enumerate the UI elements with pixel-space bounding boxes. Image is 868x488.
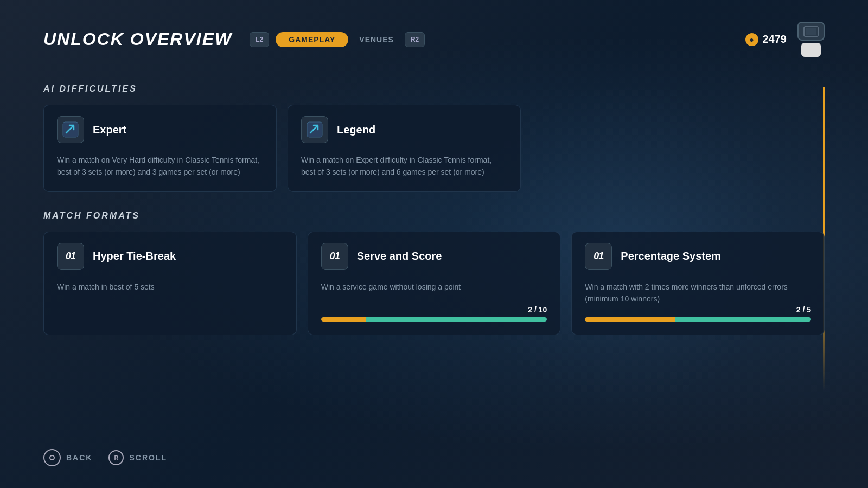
legend-description: Win a match on Expert difficulty in Clas… xyxy=(301,154,507,178)
scroll-control[interactable]: R SCROLL xyxy=(108,450,167,465)
percentage-system-bar-fill xyxy=(585,317,811,322)
bottom-controls: BACK R SCROLL xyxy=(43,449,167,466)
expert-description: Win a match on Very Hard difficulty in C… xyxy=(57,154,263,178)
percentage-system-bar-bg xyxy=(585,317,811,322)
page-title: UNLOCK OVERVIEW xyxy=(43,29,232,49)
percentage-system-icon: 01 xyxy=(585,243,612,270)
serve-and-score-progress: 2 / 10 xyxy=(321,305,547,322)
ai-difficulties-cards: Expert Win a match on Very Hard difficul… xyxy=(43,105,825,192)
legend-card-header: Legend xyxy=(301,116,507,143)
svg-rect-1 xyxy=(806,28,816,35)
hyper-tie-break-description: Win a match in best of 5 sets xyxy=(57,281,283,322)
serve-and-score-icon: 01 xyxy=(321,243,348,270)
match-formats-title: MATCH FORMATS xyxy=(43,211,825,221)
hyper-tie-break-header: 01 Hyper Tie-Break xyxy=(57,243,283,270)
r2-button[interactable]: R2 xyxy=(405,32,425,47)
serve-and-score-bar-bg xyxy=(321,317,547,322)
arrow-up-right-icon xyxy=(62,121,79,138)
percentage-system-card[interactable]: 01 Percentage System Win a match with 2 … xyxy=(571,232,825,335)
legend-card[interactable]: Legend Win a match on Expert difficulty … xyxy=(288,105,521,192)
expert-card[interactable]: Expert Win a match on Very Hard difficul… xyxy=(43,105,277,192)
serve-and-score-card[interactable]: 01 Serve and Score Win a service game wi… xyxy=(308,232,561,335)
svg-rect-3 xyxy=(307,122,322,137)
header: UNLOCK OVERVIEW L2 GAMEPLAY VENUES R2 ● … xyxy=(43,22,825,57)
gameplay-tab[interactable]: GAMEPLAY xyxy=(276,32,348,47)
arrow-up-right-icon-2 xyxy=(306,121,323,138)
ai-difficulties-section: AI DIFFICULTIES Expert Win a match on Ve… xyxy=(43,84,825,192)
currency-display: ● 2479 xyxy=(745,33,787,46)
header-right: ● 2479 xyxy=(745,22,825,57)
percentage-system-counter: 2 / 5 xyxy=(585,305,811,314)
currency-icon: ● xyxy=(745,33,758,46)
legend-title: Legend xyxy=(337,124,375,136)
match-formats-section: MATCH FORMATS 01 Hyper Tie-Break Win a m… xyxy=(43,211,825,335)
back-label: BACK xyxy=(66,453,92,462)
serve-and-score-bar-fill xyxy=(321,317,547,322)
serve-and-score-counter: 2 / 10 xyxy=(321,305,547,314)
currency-value: 2479 xyxy=(763,33,787,46)
header-left: UNLOCK OVERVIEW L2 GAMEPLAY VENUES R2 xyxy=(43,29,425,49)
percentage-system-progress: 2 / 5 xyxy=(585,305,811,322)
profile-bottom xyxy=(801,43,821,57)
percentage-system-title: Percentage System xyxy=(621,250,721,262)
svg-rect-2 xyxy=(63,122,78,137)
hyper-tie-break-icon: 01 xyxy=(57,243,84,270)
back-button-inner xyxy=(49,455,55,460)
profile-icon[interactable] xyxy=(797,22,825,57)
legend-icon xyxy=(301,116,328,143)
back-button-icon[interactable] xyxy=(43,449,61,466)
l2-button[interactable]: L2 xyxy=(250,32,269,47)
serve-and-score-title: Serve and Score xyxy=(357,250,442,262)
ai-difficulties-title: AI DIFFICULTIES xyxy=(43,84,825,94)
hyper-tie-break-card[interactable]: 01 Hyper Tie-Break Win a match in best o… xyxy=(43,232,297,335)
scroll-label: SCROLL xyxy=(129,453,167,462)
profile-top xyxy=(797,22,825,41)
profile-image-icon xyxy=(803,25,819,37)
serve-and-score-header: 01 Serve and Score xyxy=(321,243,547,270)
percentage-system-header: 01 Percentage System xyxy=(585,243,811,270)
serve-and-score-description: Win a service game without losing a poin… xyxy=(321,281,547,305)
expert-icon xyxy=(57,116,84,143)
back-control[interactable]: BACK xyxy=(43,449,92,466)
scroll-button-icon[interactable]: R xyxy=(108,450,124,465)
hyper-tie-break-title: Hyper Tie-Break xyxy=(93,250,176,262)
expert-title: Expert xyxy=(93,124,126,136)
venues-tab[interactable]: VENUES xyxy=(355,32,398,47)
percentage-system-description: Win a match with 2 times more winners th… xyxy=(585,281,811,305)
match-formats-cards: 01 Hyper Tie-Break Win a match in best o… xyxy=(43,232,825,335)
expert-card-header: Expert xyxy=(57,116,263,143)
